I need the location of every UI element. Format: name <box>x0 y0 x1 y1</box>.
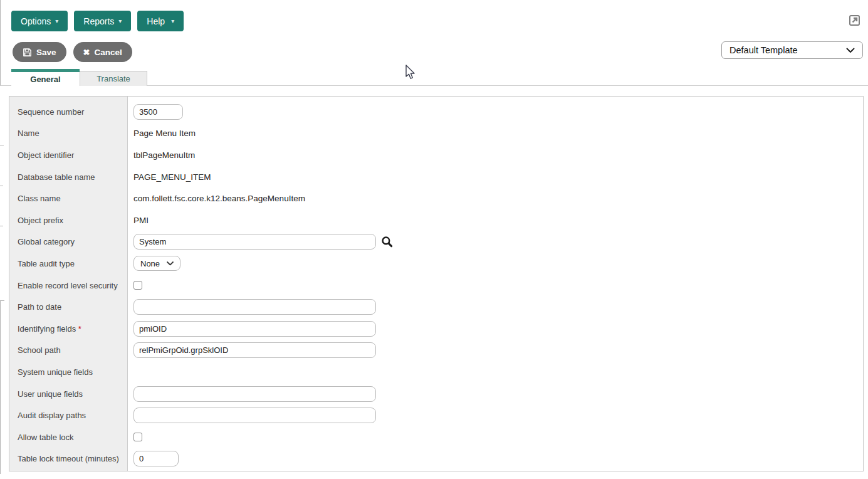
field-label-allow-table-lock: Allow table lock <box>9 433 128 442</box>
chevron-down-icon <box>846 48 855 53</box>
field-label-class-name: Class name <box>9 194 128 203</box>
form-row-object-prefix: Object prefixPMI <box>9 209 863 231</box>
template-select-value: Default Template <box>729 45 798 55</box>
help-menu-button[interactable]: Help ▾ <box>137 11 184 31</box>
field-label-user-unique-fields: User unique fields <box>9 389 128 399</box>
tab-translate-label: Translate <box>80 74 147 83</box>
audit-display-paths-input[interactable] <box>133 408 376 423</box>
cancel-label: Cancel <box>94 48 122 57</box>
field-label-sequence-number: Sequence number <box>9 107 128 117</box>
form-row-school-path: School path <box>9 340 863 362</box>
field-label-object-identifier: Object identifier <box>9 150 128 160</box>
field-label-table-lock-timeout: Table lock timeout (minutes) <box>9 454 128 463</box>
form-row-name: NamePage Menu Item <box>9 123 863 145</box>
field-value-class-name: com.follett.fsc.core.k12.beans.PageMenuI… <box>133 194 305 203</box>
field-label-object-prefix: Object prefix <box>9 216 128 225</box>
save-icon <box>23 48 32 57</box>
search-icon[interactable] <box>381 236 393 248</box>
allow-table-lock-checkbox[interactable] <box>133 433 142 441</box>
left-edge-tick <box>0 226 3 226</box>
left-edge-line-top <box>0 0 1 86</box>
form-row-user-unique-fields: User unique fields <box>9 383 863 405</box>
tab-general[interactable]: General <box>11 69 80 86</box>
enable-record-level-security-checkbox[interactable] <box>133 281 142 290</box>
reports-menu-label: Reports <box>83 16 114 26</box>
form-row-system-unique-fields: System unique fields <box>9 361 863 383</box>
field-label-table-audit-type: Table audit type <box>9 259 128 268</box>
active-tab-accent <box>11 69 80 72</box>
open-in-new-window-icon[interactable] <box>849 14 860 26</box>
chevron-down-icon <box>167 261 174 266</box>
form-row-identifying-fields: Identifying fields * <box>9 318 863 340</box>
form-row-database-table-name: Database table namePAGE_MENU_ITEM <box>9 166 863 188</box>
options-menu-label: Options <box>21 16 51 26</box>
tab-general-label: General <box>11 75 80 84</box>
left-edge-line-bottom <box>0 300 1 474</box>
field-label-school-path: School path <box>9 345 128 355</box>
options-menu-button[interactable]: Options ▾ <box>11 11 68 31</box>
field-value-object-prefix: PMI <box>133 216 149 225</box>
path-to-date-input[interactable] <box>133 299 376 315</box>
caret-down-icon: ▾ <box>118 18 122 24</box>
form-row-allow-table-lock: Allow table lock <box>9 426 863 448</box>
table-audit-type-select[interactable]: None <box>133 256 180 271</box>
form-row-table-lock-timeout: Table lock timeout (minutes) <box>9 448 863 470</box>
form-row-global-category: Global category <box>9 231 863 253</box>
left-edge-tick <box>0 186 3 186</box>
field-value-object-identifier: tblPageMenuItm <box>133 150 195 160</box>
reports-menu-button[interactable]: Reports ▾ <box>74 11 131 31</box>
field-label-enable-record-level-security: Enable record level security <box>9 281 128 290</box>
field-value-database-table-name: PAGE_MENU_ITEM <box>133 172 211 182</box>
school-path-input[interactable] <box>133 342 376 358</box>
form-row-enable-record-level-security: Enable record level security <box>9 275 863 297</box>
tab-bar: General Translate <box>11 69 147 86</box>
form-row-table-audit-type: Table audit typeNone <box>9 253 863 275</box>
form-panel: Sequence numberNamePage Menu ItemObject … <box>9 96 864 471</box>
left-edge-tick <box>0 145 4 145</box>
form-row-sequence-number: Sequence number <box>9 101 863 123</box>
menu-bar: Options ▾ Reports ▾ Help ▾ <box>11 11 184 31</box>
template-select[interactable]: Default Template <box>721 41 863 59</box>
identifying-fields-input[interactable] <box>133 321 376 337</box>
field-label-identifying-fields: Identifying fields * <box>9 324 128 334</box>
caret-down-icon: ▾ <box>55 18 58 24</box>
form-row-audit-display-paths: Audit display paths <box>9 404 863 426</box>
tab-translate[interactable]: Translate <box>80 71 147 86</box>
field-label-database-table-name: Database table name <box>9 172 128 182</box>
page: Options ▾ Reports ▾ Help ▾ <box>0 0 868 479</box>
form-row-path-to-date: Path to date <box>9 296 863 318</box>
form-rows: Sequence numberNamePage Menu ItemObject … <box>9 97 863 470</box>
field-label-audit-display-paths: Audit display paths <box>9 411 128 420</box>
help-menu-label: Help <box>147 16 165 26</box>
field-label-global-category: Global category <box>9 237 128 246</box>
user-unique-fields-input[interactable] <box>133 386 376 402</box>
field-value-name: Page Menu Item <box>133 129 196 138</box>
cancel-x-icon: ✖ <box>83 48 90 57</box>
caret-down-icon: ▾ <box>171 18 174 24</box>
save-label: Save <box>36 48 56 57</box>
sequence-number-input[interactable] <box>133 104 183 120</box>
field-label-path-to-date: Path to date <box>9 302 128 312</box>
toolbar: Save ✖ Cancel <box>13 42 132 62</box>
global-category-input[interactable] <box>133 234 376 250</box>
table-audit-type-select-value: None <box>140 259 160 268</box>
mouse-cursor <box>405 65 416 83</box>
cancel-button[interactable]: ✖ Cancel <box>73 42 132 62</box>
left-edge-tick <box>0 300 4 301</box>
save-button[interactable]: Save <box>13 42 66 62</box>
table-lock-timeout-input[interactable] <box>133 451 179 466</box>
form-row-object-identifier: Object identifiertblPageMenuItm <box>9 144 863 166</box>
form-row-class-name: Class namecom.follett.fsc.core.k12.beans… <box>9 187 863 209</box>
field-label-system-unique-fields: System unique fields <box>9 367 128 377</box>
field-label-name: Name <box>9 129 128 138</box>
